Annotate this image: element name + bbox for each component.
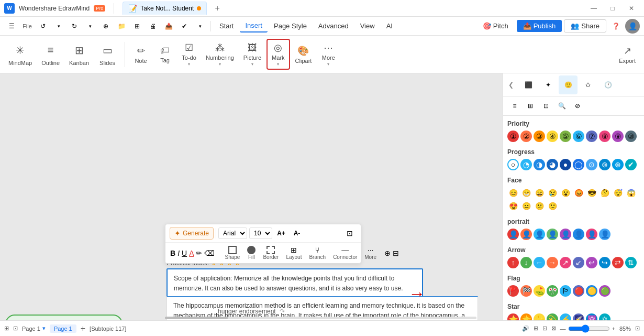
face-7[interactable]: 😎 [586, 187, 597, 199]
underline-button[interactable]: U [181, 246, 187, 260]
grid-toggle[interactable]: ⊞ [4, 325, 9, 332]
export-button[interactable]: ↗ Export [615, 43, 640, 66]
face-8[interactable]: 🤔 [599, 187, 610, 199]
active-tab[interactable]: 📝 Take Not... Student [123, 2, 207, 15]
status-icon3[interactable]: ⊡ [542, 325, 547, 332]
add-page-button[interactable]: + [81, 324, 85, 333]
file-icon[interactable]: File [20, 19, 35, 34]
portrait-3[interactable]: 👤 [534, 229, 545, 240]
rp-list-view[interactable]: ≡ [507, 99, 522, 113]
priority-4[interactable]: ④ [547, 131, 558, 142]
rp-grid-view[interactable]: ⊞ [523, 99, 538, 113]
arrow-10[interactable]: ⇅ [625, 257, 637, 268]
active-page-tab[interactable]: Page 1 [50, 324, 76, 333]
font-decrease-button[interactable]: A- [290, 226, 304, 240]
priority-5[interactable]: ⑤ [560, 131, 571, 142]
grid-icon[interactable]: ⊞ [130, 19, 145, 34]
menu-advanced[interactable]: Advanced [313, 20, 354, 32]
add-tab-button[interactable]: + [211, 2, 224, 15]
flag-1[interactable]: 🚩 [507, 285, 519, 297]
font-size-select[interactable]: 10 [249, 227, 272, 239]
star-8[interactable]: ✡ [599, 313, 610, 320]
tag-button[interactable]: 🏷 Tag [153, 43, 176, 66]
zoom-out-button[interactable]: — [560, 326, 566, 332]
status-icon4[interactable]: ⊠ [551, 325, 556, 332]
priority-7[interactable]: ⑦ [586, 131, 597, 142]
print-icon[interactable]: 🖨 [146, 19, 160, 34]
portrait-5[interactable]: 👤 [560, 229, 571, 240]
rp-tab-sparkle[interactable]: ✦ [539, 75, 558, 94]
rp-filter[interactable]: ⊘ [570, 99, 585, 113]
portrait-8[interactable]: 👤 [599, 229, 610, 240]
down-arrow[interactable]: ▾ [193, 19, 207, 34]
arrow-2[interactable]: ↓ [520, 257, 532, 268]
shape-button[interactable]: Shape [221, 245, 243, 261]
progress-done[interactable]: ✔ [625, 159, 637, 170]
fit-toggle[interactable]: ⊡ [13, 325, 18, 332]
star-6[interactable]: 🌠 [573, 313, 584, 320]
float-more2[interactable]: ⊕ [384, 246, 391, 260]
progress-50[interactable]: ◕ [547, 159, 558, 170]
status-icon1[interactable]: 🔊 [522, 325, 529, 332]
undo-group2[interactable]: ▾ [83, 19, 97, 34]
face-1[interactable]: 😊 [507, 187, 519, 199]
numbering-button[interactable]: ⁂ Numbering ▾ [202, 40, 238, 69]
face-11[interactable]: 😍 [507, 200, 519, 212]
undo-button[interactable]: ↺ [36, 19, 50, 34]
portrait-7[interactable]: 👤 [586, 229, 597, 240]
arrow-9[interactable]: ⇄ [612, 257, 624, 268]
flag-3[interactable]: ⛳ [534, 285, 545, 297]
star-1[interactable]: ⭐ [507, 313, 519, 320]
progress-circle3[interactable]: ⊛ [612, 159, 624, 170]
flag-2[interactable]: 🏁 [520, 285, 532, 297]
italic-button[interactable]: I [177, 246, 180, 260]
progress-0[interactable]: ○ [507, 159, 519, 170]
mark-button[interactable]: ◎ Mark ▾ [267, 39, 290, 70]
star-5[interactable]: ⚡ [560, 313, 571, 320]
scope-box[interactable]: Scope of application: Memorize all the k… [166, 268, 423, 299]
portrait-2[interactable]: 👤 [520, 229, 532, 240]
check-icon[interactable]: ✔ [177, 19, 192, 34]
main-node[interactable]: hippocampus back calligraphy [5, 315, 123, 320]
highlight-button[interactable]: ✏ [195, 246, 203, 260]
clipart-button[interactable]: 🎨 Clipart [291, 43, 316, 66]
progress-circle1[interactable]: ⊙ [586, 159, 597, 170]
sidebar-toggle[interactable]: ☰ [4, 19, 19, 34]
font-color-button[interactable]: A [188, 246, 194, 260]
progress-circle2[interactable]: ⊚ [599, 159, 610, 170]
export-icon[interactable]: 📤 [161, 19, 176, 34]
status-icon2[interactable]: ⊞ [534, 325, 538, 332]
priority-3[interactable]: ③ [534, 131, 545, 142]
more-toolbar-button[interactable]: ⋯ More ▾ [317, 40, 340, 69]
generate-button[interactable]: ✦ Generate [170, 227, 214, 240]
float-collapse[interactable]: ⊟ [392, 246, 399, 260]
outline-button[interactable]: ≡ Outline [37, 41, 64, 68]
progress-10[interactable]: ◔ [520, 159, 532, 170]
arrow-7[interactable]: ↩ [586, 257, 597, 268]
user-avatar[interactable]: 👤 [625, 19, 640, 34]
rp-tab-smiley[interactable]: 🙂 [559, 75, 578, 94]
undo-arrow[interactable]: ▾ [51, 19, 66, 34]
menu-start[interactable]: Start [214, 20, 239, 32]
face-4[interactable]: 😢 [547, 187, 558, 199]
float-toolbar-close[interactable]: ⊡ [343, 226, 357, 240]
bold-button[interactable]: B [170, 246, 176, 260]
progress-25[interactable]: ◑ [534, 159, 545, 170]
font-increase-button[interactable]: A+ [274, 226, 288, 240]
flag-7[interactable]: 🟡 [586, 285, 597, 297]
note-button[interactable]: ✏ Note [129, 43, 152, 66]
priority-8[interactable]: ⑧ [599, 131, 610, 142]
face-14[interactable]: 🙁 [547, 200, 558, 212]
pitch-button[interactable]: 🎯 Pitch [476, 20, 515, 32]
flag-5[interactable]: 🏳 [560, 285, 571, 297]
portrait-6[interactable]: 👤 [573, 229, 584, 240]
rp-search-view[interactable]: 🔍 [554, 99, 569, 113]
picture-button[interactable]: 🖼 Picture ▾ [239, 40, 265, 69]
font-family-select[interactable]: Arial [218, 227, 247, 239]
face-10[interactable]: 😱 [625, 187, 637, 199]
rp-box-view[interactable]: ⊡ [539, 99, 553, 113]
progress-90[interactable]: ◯ [573, 159, 584, 170]
share-button[interactable]: 👥 Share [564, 19, 606, 32]
maximize-button[interactable]: □ [604, 3, 621, 14]
menu-ai[interactable]: AI [381, 20, 398, 32]
